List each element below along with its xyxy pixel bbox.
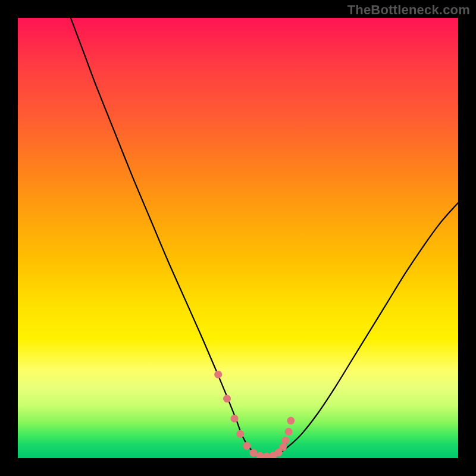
highlight-dot [231, 415, 239, 422]
plot-area [18, 18, 458, 458]
highlight-dot [223, 395, 231, 403]
highlight-dot [281, 437, 289, 444]
highlight-dot [236, 430, 244, 438]
highlight-dot [279, 443, 287, 451]
curve-line [71, 18, 458, 458]
highlight-dot [214, 371, 222, 378]
highlight-dot [256, 452, 264, 458]
highlight-dot [243, 442, 250, 450]
plot-svg [18, 18, 458, 458]
highlight-dot [263, 453, 271, 458]
highlight-dots [214, 371, 295, 458]
highlight-dot [287, 417, 295, 425]
chart-frame: TheBottleneck.com [0, 0, 476, 476]
highlight-dot [249, 449, 257, 457]
highlight-dot [285, 428, 293, 436]
watermark-text: TheBottleneck.com [347, 2, 470, 18]
